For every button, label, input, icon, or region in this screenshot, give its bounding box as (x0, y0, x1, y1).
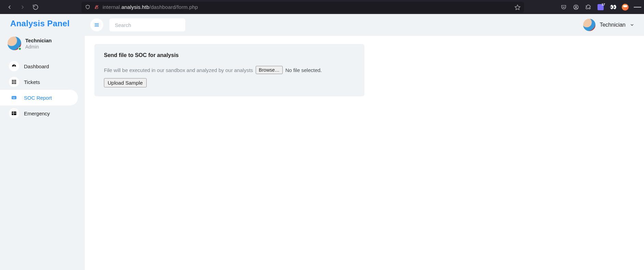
svg-rect-9 (15, 80, 16, 81)
topbar-user-name: Technician (600, 22, 626, 28)
url-bar[interactable]: internal.analysis.htb/dashboard/form.php (81, 2, 524, 13)
browser-toolbar: internal.analysis.htb/dashboard/form.php… (0, 0, 644, 14)
extensions-icon[interactable] (585, 3, 592, 11)
svg-rect-17 (12, 97, 13, 98)
browser-actions: 17 👀 (560, 0, 641, 14)
svg-rect-19 (14, 97, 15, 98)
topbar: Technician (85, 14, 644, 36)
app-brand: Analysis Panel (0, 19, 85, 34)
browse-button[interactable]: Browse… (256, 66, 283, 74)
svg-rect-7 (12, 80, 13, 81)
sidebar-item-soc-report[interactable]: SOC Report (0, 90, 78, 105)
svg-point-5 (14, 66, 14, 67)
svg-rect-12 (15, 82, 16, 83)
tickets-icon (9, 77, 19, 87)
url-text: internal.analysis.htb/dashboard/form.php (103, 4, 198, 10)
main-area: Technician Send file to SOC for analysis… (85, 14, 644, 270)
svg-rect-8 (14, 80, 15, 81)
sidebar-user-name: Technician (25, 38, 52, 43)
sidebar-item-label: Dashboard (24, 63, 49, 69)
svg-rect-13 (12, 83, 13, 84)
nav-forward-button (18, 2, 27, 12)
search-input[interactable] (109, 18, 185, 31)
pocket-icon[interactable] (560, 3, 567, 11)
upload-button[interactable]: Upload Sample (104, 78, 147, 87)
sidebar-user-role: Admin (25, 44, 52, 49)
insecure-lock-icon (94, 4, 99, 10)
upload-card: Send file to SOC for analysis File will … (94, 44, 364, 96)
nav-reload-button[interactable] (31, 2, 40, 12)
account-icon[interactable] (572, 3, 580, 11)
sidebar: Analysis Panel Technician Admin Dashboar… (0, 14, 85, 270)
sidebar-item-label: Tickets (24, 79, 40, 85)
shield-icon (85, 4, 90, 10)
user-menu[interactable]: Technician (583, 19, 634, 31)
extension-count-badge: 17 (602, 3, 605, 6)
emergency-icon (9, 108, 19, 118)
soc-report-icon (9, 93, 19, 103)
sidebar-item-dashboard[interactable]: Dashboard (0, 58, 78, 74)
avatar (583, 19, 595, 31)
svg-rect-10 (12, 82, 13, 83)
svg-rect-22 (12, 112, 16, 115)
svg-marker-2 (515, 5, 520, 10)
sidebar-item-label: SOC Report (24, 95, 52, 101)
svg-rect-11 (14, 82, 15, 83)
svg-rect-18 (13, 97, 14, 98)
sidebar-item-label: Emergency (24, 111, 50, 116)
svg-rect-15 (15, 83, 16, 84)
nav-back-button[interactable] (5, 2, 14, 12)
status-dot-icon (18, 47, 22, 51)
svg-rect-21 (13, 98, 15, 99)
sidebar-item-emergency[interactable]: Emergency (0, 105, 78, 121)
chevron-down-icon (630, 23, 634, 27)
svg-point-4 (575, 6, 577, 8)
extension-foxy-icon[interactable] (621, 3, 629, 11)
card-description: File will be executed in our sandbox and… (104, 67, 253, 73)
extension-badge[interactable]: 17 (597, 3, 604, 11)
dashboard-icon (9, 61, 19, 71)
sidebar-user-block[interactable]: Technician Admin (0, 34, 85, 56)
svg-rect-16 (12, 96, 16, 99)
sidebar-item-tickets[interactable]: Tickets (0, 74, 78, 90)
sidebar-toggle-button[interactable] (90, 18, 103, 31)
avatar (8, 37, 21, 50)
svg-rect-20 (15, 97, 15, 98)
file-status: No file selected. (285, 67, 322, 73)
extension-eyes-icon[interactable]: 👀 (609, 3, 617, 11)
svg-rect-14 (14, 83, 15, 84)
bookmark-star-icon[interactable] (514, 4, 521, 10)
browser-menu-button[interactable] (634, 3, 641, 11)
card-title: Send file to SOC for analysis (104, 52, 355, 58)
